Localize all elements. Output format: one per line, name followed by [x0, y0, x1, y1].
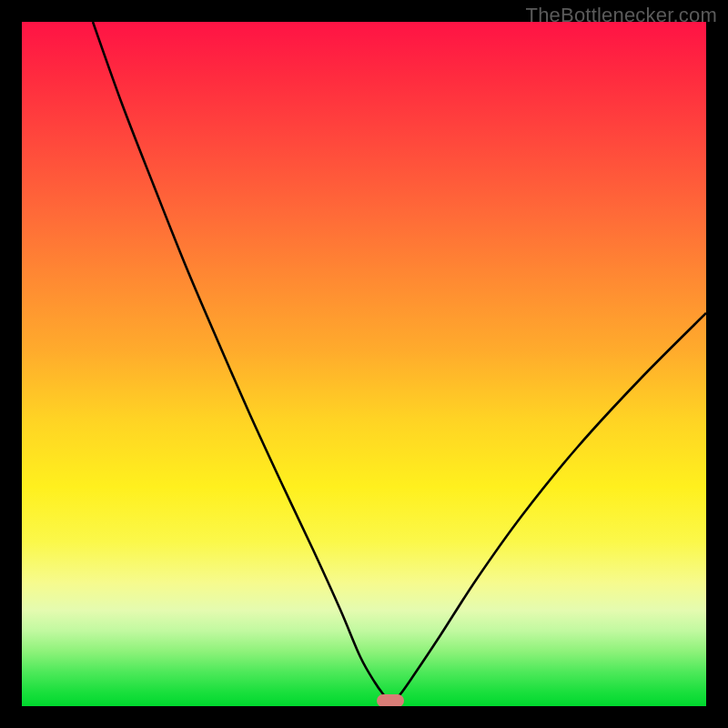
watermark-text: TheBottlenecker.com: [526, 4, 717, 27]
bottleneck-curve: [22, 22, 706, 706]
bottleneck-curve-line: [93, 22, 706, 703]
plot-area: [22, 22, 706, 706]
optimal-point-marker: [377, 694, 404, 706]
chart-frame: TheBottlenecker.com: [0, 0, 728, 728]
